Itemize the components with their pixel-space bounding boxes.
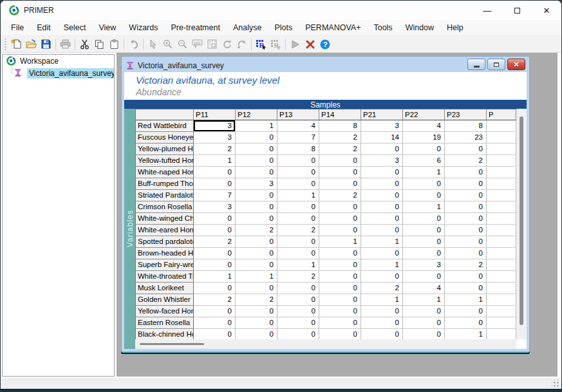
row-label[interactable]: White-throated Tre: [136, 271, 194, 283]
cell-p11[interactable]: 0: [194, 167, 236, 178]
cell-p13[interactable]: 0: [277, 155, 319, 167]
cell-p21[interactable]: 0: [361, 317, 403, 329]
doc-restore-button[interactable]: [487, 59, 505, 70]
row-label[interactable]: Superb Fairy-wren: [136, 259, 194, 271]
cut-icon[interactable]: [77, 37, 92, 51]
column-header-p21[interactable]: P21: [361, 109, 403, 120]
cell-p21[interactable]: 0: [361, 225, 403, 236]
cell-clipped[interactable]: [487, 317, 516, 329]
cell-p12[interactable]: 0: [236, 155, 277, 167]
cell-p21[interactable]: 0: [361, 306, 403, 317]
cell-p12[interactable]: 0: [236, 144, 277, 155]
menu-item-permanova-[interactable]: PERMANOVA+: [299, 21, 367, 34]
cell-clipped[interactable]: [487, 271, 516, 283]
cell-p14[interactable]: 0: [319, 329, 361, 339]
menu-item-window[interactable]: Window: [399, 21, 440, 34]
column-header-p22[interactable]: P22: [403, 109, 445, 120]
cell-p11[interactable]: 0: [194, 306, 236, 317]
cell-p12[interactable]: 0: [236, 259, 277, 271]
cell-p22[interactable]: 1: [403, 201, 445, 213]
cell-p12[interactable]: 0: [236, 201, 277, 213]
menu-item-tools[interactable]: Tools: [367, 21, 398, 34]
row-label[interactable]: Fuscous Honeyeate: [136, 132, 194, 144]
cell-clipped[interactable]: [487, 283, 516, 294]
cell-p23[interactable]: 2: [445, 155, 487, 167]
cell-p23[interactable]: 0: [445, 225, 487, 236]
cell-p14[interactable]: 2: [319, 144, 361, 155]
cell-clipped[interactable]: [487, 120, 516, 132]
cell-clipped[interactable]: [487, 294, 516, 306]
toolbar-grip[interactable]: [4, 39, 7, 50]
cell-clipped[interactable]: [487, 144, 516, 155]
cell-p11[interactable]: 0: [194, 213, 236, 225]
cell-p22[interactable]: 0: [403, 236, 445, 248]
new-workspace-icon[interactable]: [9, 37, 24, 51]
cell-p22[interactable]: 1: [403, 294, 445, 306]
menu-item-analyse[interactable]: Analyse: [227, 21, 268, 34]
cell-p23[interactable]: 0: [445, 190, 487, 201]
row-label[interactable]: Musk Lorikeet: [136, 283, 194, 294]
cell-p22[interactable]: 6: [403, 155, 445, 167]
cell-p11[interactable]: 1: [194, 271, 236, 283]
cell-p22[interactable]: 1: [403, 167, 445, 178]
cell-p12[interactable]: 0: [236, 213, 277, 225]
column-header-p12[interactable]: P12: [236, 109, 277, 120]
close-button[interactable]: ✕: [532, 1, 561, 20]
cell-p13[interactable]: 0: [277, 236, 319, 248]
cell-p21[interactable]: 3: [361, 120, 403, 132]
cell-p21[interactable]: 1: [361, 294, 403, 306]
cell-p22[interactable]: 19: [403, 132, 445, 144]
cell-p13[interactable]: 0: [277, 248, 319, 259]
cell-p22[interactable]: 0: [403, 306, 445, 317]
cell-p21[interactable]: 0: [361, 190, 403, 201]
column-header-p14[interactable]: P14: [319, 109, 361, 120]
cell-p12[interactable]: 1: [236, 120, 277, 132]
cell-p13[interactable]: 2: [277, 271, 319, 283]
cell-p13[interactable]: 2: [277, 225, 319, 236]
cell-p13[interactable]: 0: [277, 167, 319, 178]
cell-p12[interactable]: 0: [236, 167, 277, 178]
column-header-p11[interactable]: P11: [194, 109, 236, 120]
cell-p21[interactable]: 1: [361, 236, 403, 248]
cell-p23[interactable]: 0: [445, 167, 487, 178]
cell-p14[interactable]: 0: [319, 225, 361, 236]
cell-p14[interactable]: 0: [319, 271, 361, 283]
cell-p14[interactable]: 0: [319, 259, 361, 271]
cell-p13[interactable]: 0: [277, 283, 319, 294]
cell-p23[interactable]: 2: [445, 259, 487, 271]
cell-clipped[interactable]: [487, 248, 516, 259]
cell-p13[interactable]: 0: [277, 306, 319, 317]
doc-close-button[interactable]: ✕: [507, 59, 525, 70]
row-label[interactable]: Yellow-tufted Hone: [136, 155, 194, 167]
cell-p21[interactable]: 3: [361, 155, 403, 167]
menu-item-view[interactable]: View: [92, 21, 122, 34]
cell-p11[interactable]: 0: [194, 225, 236, 236]
cell-clipped[interactable]: [487, 190, 516, 201]
cell-p11[interactable]: 0: [194, 259, 236, 271]
row-label[interactable]: White-eared Honey: [136, 225, 194, 236]
cell-p22[interactable]: 0: [403, 248, 445, 259]
cell-p12[interactable]: 0: [236, 190, 277, 201]
cell-p12[interactable]: 0: [236, 317, 277, 329]
cell-p13[interactable]: 0: [277, 178, 319, 190]
row-label[interactable]: White-winged Chou: [136, 213, 194, 225]
row-label[interactable]: Black-chinned Hone: [136, 329, 194, 339]
cell-p22[interactable]: 0: [403, 317, 445, 329]
cell-clipped[interactable]: [487, 236, 516, 248]
cell-p11[interactable]: 0: [194, 283, 236, 294]
cell-p12[interactable]: 3: [236, 178, 277, 190]
cell-p13[interactable]: 0: [277, 201, 319, 213]
menu-item-pre-treatment[interactable]: Pre-treatment: [164, 21, 226, 34]
cell-p12[interactable]: 0: [236, 283, 277, 294]
help-icon[interactable]: ?: [317, 37, 332, 51]
cell-p11[interactable]: 0: [194, 329, 236, 339]
menu-item-wizards[interactable]: Wizards: [122, 21, 164, 34]
cell-p23[interactable]: 0: [445, 306, 487, 317]
run-r-icon[interactable]: R: [254, 37, 268, 51]
cell-p13[interactable]: 7: [277, 132, 319, 144]
row-label[interactable]: White-naped Honey: [136, 167, 194, 178]
selected-cell[interactable]: 3: [194, 120, 236, 132]
cell-p23[interactable]: 0: [445, 283, 487, 294]
cell-p12[interactable]: 2: [236, 294, 277, 306]
cell-clipped[interactable]: [487, 225, 516, 236]
